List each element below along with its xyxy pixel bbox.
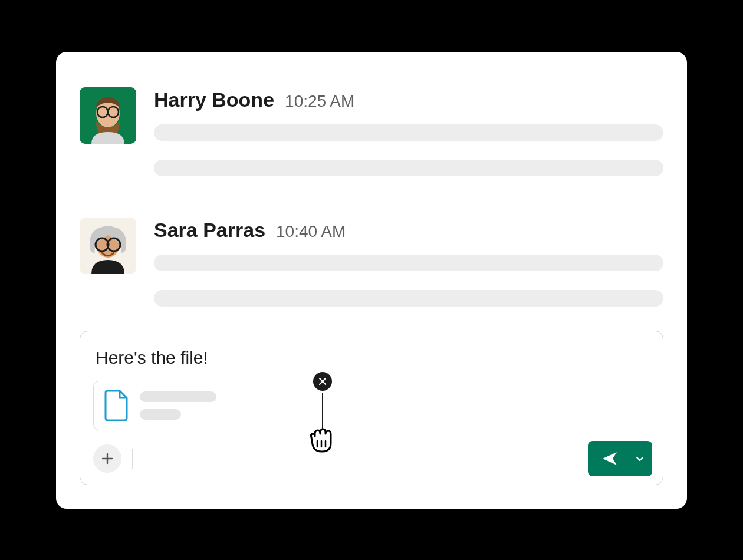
attachment-meta bbox=[140, 391, 313, 420]
message: Sara Parras 10:40 AM bbox=[80, 218, 663, 325]
message-composer[interactable]: Here's the file! bbox=[80, 331, 663, 485]
add-attachment-button[interactable] bbox=[93, 444, 121, 473]
toolbar-divider bbox=[132, 449, 133, 469]
send-icon bbox=[601, 450, 619, 467]
plus-icon bbox=[101, 452, 114, 465]
file-attachment[interactable] bbox=[93, 381, 323, 430]
message-timestamp: 10:40 AM bbox=[276, 222, 346, 241]
composer-input-text[interactable]: Here's the file! bbox=[93, 348, 652, 368]
close-icon bbox=[318, 377, 327, 386]
avatar-illustration bbox=[80, 218, 136, 274]
send-button[interactable] bbox=[588, 441, 652, 476]
remove-attachment-button[interactable] bbox=[313, 372, 332, 391]
composer-toolbar bbox=[93, 441, 652, 476]
send-divider bbox=[627, 450, 627, 467]
message-header: Sara Parras 10:40 AM bbox=[154, 219, 663, 242]
chat-card: Harry Boone 10:25 AM Sara Parras 10:40 A… bbox=[56, 52, 687, 509]
avatar[interactable] bbox=[80, 87, 136, 144]
message: Harry Boone 10:25 AM bbox=[80, 87, 663, 195]
message-text-placeholder bbox=[154, 160, 663, 176]
attachment-size-placeholder bbox=[140, 409, 181, 420]
message-author[interactable]: Harry Boone bbox=[154, 88, 274, 111]
chevron-down-icon[interactable] bbox=[636, 454, 644, 463]
toolbar-left bbox=[93, 444, 133, 473]
message-header: Harry Boone 10:25 AM bbox=[154, 88, 663, 111]
message-timestamp: 10:25 AM bbox=[285, 92, 354, 111]
avatar-illustration bbox=[80, 87, 136, 144]
message-text-placeholder bbox=[154, 290, 663, 307]
message-body: Sara Parras 10:40 AM bbox=[154, 218, 663, 325]
attachment-name-placeholder bbox=[140, 391, 216, 402]
message-text-placeholder bbox=[154, 124, 663, 141]
message-text-placeholder bbox=[154, 255, 663, 271]
avatar[interactable] bbox=[80, 218, 136, 274]
message-author[interactable]: Sara Parras bbox=[154, 219, 265, 242]
file-icon bbox=[103, 390, 129, 421]
message-body: Harry Boone 10:25 AM bbox=[154, 87, 663, 195]
